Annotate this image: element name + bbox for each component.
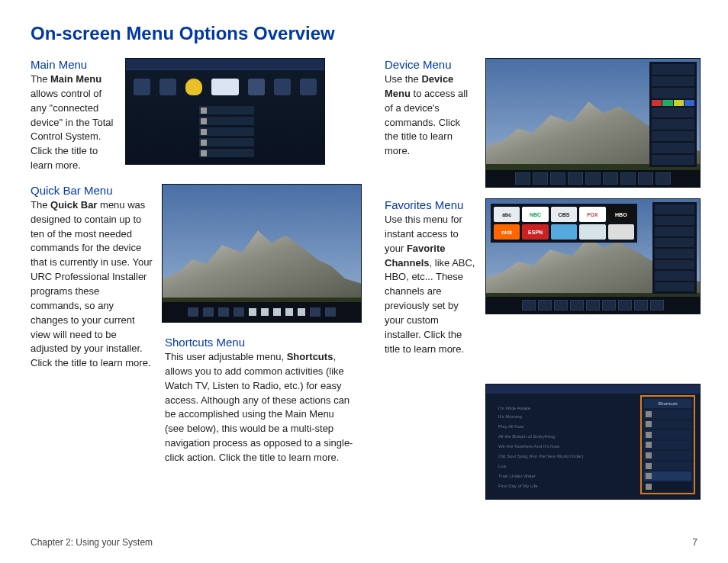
heading-shortcuts[interactable]: Shortcuts Menu	[165, 336, 362, 349]
shortcut-item	[644, 462, 691, 471]
device-side-panel	[649, 62, 697, 167]
favorites-channel-grid: abc NBC CBS FOX HBO nick ESPN	[491, 204, 637, 243]
page-number: 7	[692, 537, 697, 548]
page-title: On-screen Menu Options Overview	[31, 23, 697, 44]
heading-device-menu[interactable]: Device Menu	[385, 58, 476, 71]
shortcut-item	[644, 430, 691, 439]
left-column: Main Menu The Main Menu allows control o…	[31, 58, 362, 500]
right-column: Device Menu Use the Device Menu to acces…	[385, 58, 701, 500]
section-main-menu: Main Menu The Main Menu allows control o…	[31, 58, 362, 173]
shortcuts-panel: Shortcuts	[640, 395, 695, 494]
thumbnail-shortcuts: I'm Wide AwakeIt's Morning Play All Now …	[485, 384, 701, 500]
body-shortcuts: This user adjustable menu, Shortcuts, al…	[165, 350, 356, 465]
section-shortcuts: Shortcuts Menu This user adjustable menu…	[165, 336, 362, 465]
section-favorites: Favorites Menu Use this menu for instant…	[385, 198, 701, 356]
body-main-menu: The Main Menu allows control of any "con…	[31, 72, 116, 173]
favorites-side-panel	[652, 202, 697, 294]
shortcut-item	[644, 420, 691, 429]
shortcut-exit	[644, 482, 691, 491]
heading-main-menu[interactable]: Main Menu	[31, 58, 116, 71]
shortcuts-panel-header: Shortcuts	[644, 399, 691, 408]
content-columns: Main Menu The Main Menu allows control o…	[31, 58, 697, 500]
thumbnail-device-menu	[485, 58, 701, 188]
main-menu-dropdown	[199, 106, 254, 159]
chapter-label: Chapter 2: Using your System	[31, 537, 153, 548]
shortcuts-song-list: I'm Wide AwakeIt's Morning Play All Now …	[498, 404, 631, 492]
device-transport-bar	[486, 170, 700, 187]
body-quick-bar: The Quick Bar menu was designed to conta…	[31, 198, 153, 371]
page-footer: Chapter 2: Using your System 7	[31, 537, 697, 548]
thumbnail-favorites: abc NBC CBS FOX HBO nick ESPN	[485, 198, 701, 314]
favorites-transport-bar	[486, 297, 700, 314]
shortcuts-thumb-container: I'm Wide AwakeIt's Morning Play All Now …	[385, 384, 701, 500]
section-device-menu: Device Menu Use the Device Menu to acces…	[385, 58, 701, 188]
quick-bar-controls	[163, 302, 361, 322]
thumbnail-main-menu	[125, 58, 325, 165]
shortcut-add-edit	[644, 471, 691, 481]
main-menu-icons	[132, 79, 318, 101]
heading-favorites[interactable]: Favorites Menu	[385, 198, 476, 211]
body-favorites: Use this menu for instant access to your…	[385, 213, 476, 356]
thumbnail-quick-bar	[162, 184, 362, 323]
shortcut-item	[644, 410, 691, 419]
shortcut-item	[644, 441, 691, 450]
heading-quick-bar[interactable]: Quick Bar Menu	[31, 184, 153, 197]
shortcut-item	[644, 451, 691, 460]
body-device-menu: Use the Device Menu to access all of a d…	[385, 72, 476, 159]
